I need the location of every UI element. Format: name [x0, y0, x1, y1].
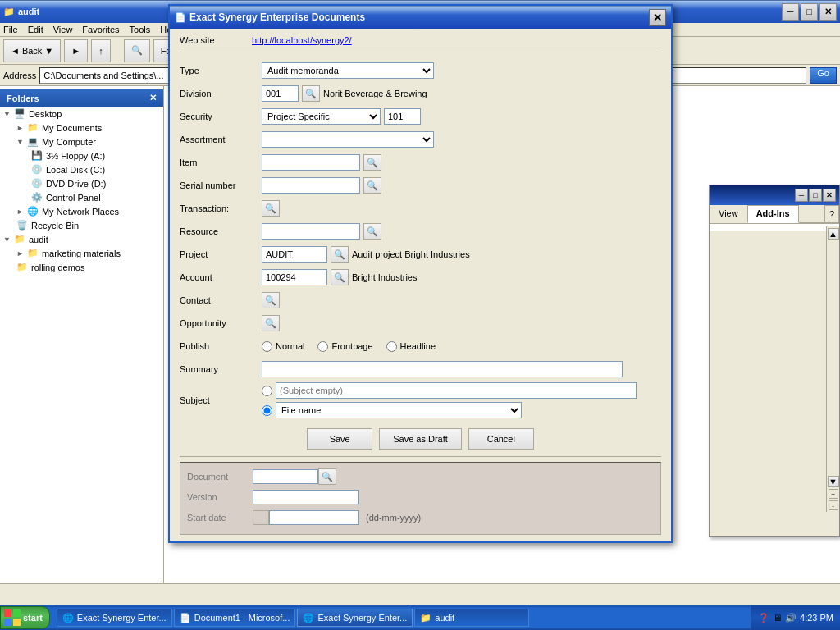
sidebar-item-audit[interactable]: ▼ 📁 audit: [0, 232, 163, 246]
dialog-close-btn[interactable]: ✕: [649, 9, 666, 26]
back-button[interactable]: ◄ Back ▼: [3, 39, 61, 62]
filename-radio[interactable]: [262, 405, 272, 416]
menu-favorites[interactable]: Favorites: [82, 25, 119, 34]
subdoc-version-input[interactable]: [253, 490, 359, 504]
addins-minimize-btn[interactable]: ─: [795, 189, 808, 202]
frontpage-radio-input[interactable]: [317, 341, 328, 352]
folders-close-btn[interactable]: ✕: [149, 93, 157, 103]
addins-maximize-btn[interactable]: □: [809, 189, 822, 202]
audit-folder-icon: 📁: [14, 234, 25, 244]
serial-lookup-btn[interactable]: 🔍: [363, 177, 381, 194]
sidebar-item-marketing[interactable]: ► 📁 marketing materials: [0, 246, 163, 260]
normal-radio-input[interactable]: [262, 341, 272, 352]
menu-tools[interactable]: Tools: [130, 25, 151, 34]
transaction-lookup-btn[interactable]: 🔍: [262, 200, 280, 217]
taskbar-item-word[interactable]: 📄 Document1 - Microsof...: [174, 609, 296, 627]
website-label: Web site: [180, 35, 245, 45]
account-lookup-btn[interactable]: 🔍: [331, 269, 349, 285]
scroll-up-btn[interactable]: ▲: [828, 228, 839, 240]
start-button[interactable]: start: [0, 606, 50, 629]
go-button[interactable]: Go: [810, 67, 837, 84]
menu-view[interactable]: View: [53, 25, 73, 34]
sidebar-item-control-panel[interactable]: ⚙️ Control Panel: [0, 190, 163, 204]
folders-panel-header: Folders ✕: [0, 89, 163, 107]
sidebar-item-dvd[interactable]: 💿 DVD Drive (D:): [0, 176, 163, 190]
forward-button[interactable]: ►: [64, 39, 88, 62]
sidebar-item-desktop[interactable]: ▼ 🖥️ Desktop: [0, 107, 163, 121]
headline-radio-input[interactable]: [386, 341, 397, 352]
addins-scrollbar[interactable]: ▲ ▼ + -: [826, 226, 839, 512]
account-name-text: Bright Industries: [352, 272, 417, 282]
up-button[interactable]: ↑: [91, 39, 111, 62]
subdoc-document-input[interactable]: [253, 469, 318, 484]
addins-close-btn[interactable]: ✕: [823, 189, 836, 202]
sidebar-item-recycle-bin[interactable]: 🗑️ Recycle Bin: [0, 218, 163, 232]
publish-headline-radio[interactable]: Headline: [386, 341, 436, 352]
security-select[interactable]: Project Specific: [262, 108, 381, 125]
subject-input[interactable]: [276, 382, 637, 399]
tab-addins[interactable]: Add-Ins: [747, 205, 799, 223]
assortment-controls: [262, 131, 661, 148]
explorer-minimize-btn[interactable]: ─: [782, 3, 799, 21]
website-link[interactable]: http://localhost/synergy2/: [252, 35, 352, 45]
scroll-down-btn[interactable]: ▼: [828, 476, 839, 487]
menu-file[interactable]: File: [3, 25, 18, 34]
account-code-input[interactable]: [262, 269, 327, 285]
sidebar-item-rolling-demos[interactable]: 📁 rolling demos: [0, 260, 163, 274]
lookup-icon: 🔍: [305, 89, 317, 99]
division-code-input[interactable]: [262, 85, 299, 102]
back-dropdown-icon[interactable]: ▼: [44, 46, 53, 56]
publish-frontpage-radio[interactable]: Frontpage: [317, 341, 372, 352]
subdoc-date-hint: (dd-mm-yyyy): [366, 513, 421, 523]
project-code-input[interactable]: [262, 246, 327, 262]
subdoc-startdate-input[interactable]: [269, 510, 359, 525]
sidebar-item-network-places[interactable]: ► 🌐 My Network Places: [0, 204, 163, 218]
marketing-folder-icon: 📁: [27, 248, 39, 258]
menu-edit[interactable]: Edit: [28, 25, 43, 34]
assortment-select[interactable]: [262, 131, 434, 148]
transaction-controls: 🔍: [262, 200, 661, 217]
publish-normal-radio[interactable]: Normal: [262, 341, 304, 352]
opportunity-lookup-btn[interactable]: 🔍: [262, 315, 280, 331]
search-button[interactable]: 🔍: [124, 39, 150, 62]
item-input[interactable]: [262, 154, 360, 171]
expand-icon: ►: [16, 208, 24, 216]
item-lookup-btn[interactable]: 🔍: [363, 154, 381, 171]
taskbar-item-synergy1[interactable]: 🌐 Exact Synergy Enter...: [57, 609, 172, 627]
project-lookup-btn[interactable]: 🔍: [331, 246, 349, 262]
project-controls: 🔍 Audit project Bright Industries: [262, 246, 661, 262]
zoom-out-btn[interactable]: -: [829, 500, 838, 510]
save-button[interactable]: Save: [307, 428, 372, 450]
filename-select[interactable]: File name: [276, 402, 522, 418]
sidebar-item-my-computer[interactable]: ▼ 💻 My Computer: [0, 135, 163, 148]
sidebar-item-floppy[interactable]: 💾 3½ Floppy (A:): [0, 148, 163, 162]
subject-radio-empty[interactable]: [262, 386, 272, 396]
cancel-button[interactable]: Cancel: [468, 428, 534, 450]
type-select[interactable]: Audit memoranda: [262, 62, 434, 79]
subdoc-date-checkbox[interactable]: [253, 510, 269, 525]
division-lookup-btn[interactable]: 🔍: [302, 85, 320, 102]
resource-input[interactable]: [262, 223, 360, 240]
contact-lookup-btn[interactable]: 🔍: [262, 292, 280, 308]
sidebar-item-label: Control Panel: [46, 193, 101, 203]
explorer-maximize-btn[interactable]: □: [801, 3, 818, 21]
division-label: Division: [180, 89, 262, 98]
addins-title-bar: ─ □ ✕: [710, 185, 839, 205]
security-code-input[interactable]: [384, 108, 421, 125]
explorer-close-btn[interactable]: ✕: [819, 3, 837, 21]
subdoc-version-label: Version: [187, 492, 253, 502]
windows-logo-icon: [4, 609, 21, 626]
serial-number-input[interactable]: [262, 177, 360, 194]
zoom-in-btn[interactable]: +: [829, 489, 838, 499]
tab-view[interactable]: View: [710, 205, 747, 223]
sidebar-item-my-documents[interactable]: ► 📁 My Documents: [0, 121, 163, 135]
sidebar-item-local-disk[interactable]: 💿 Local Disk (C:): [0, 162, 163, 176]
taskbar-item-audit[interactable]: 📁 audit: [414, 609, 529, 627]
serial-number-label: Serial number: [180, 180, 262, 190]
taskbar-item-synergy2[interactable]: 🌐 Exact Synergy Enter...: [297, 609, 413, 627]
addins-help-btn[interactable]: ?: [824, 205, 839, 223]
resource-lookup-btn[interactable]: 🔍: [363, 223, 381, 240]
summary-input[interactable]: [262, 361, 623, 377]
subdoc-document-lookup-btn[interactable]: 🔍: [318, 468, 336, 485]
save-draft-button[interactable]: Save as Draft: [379, 428, 462, 450]
